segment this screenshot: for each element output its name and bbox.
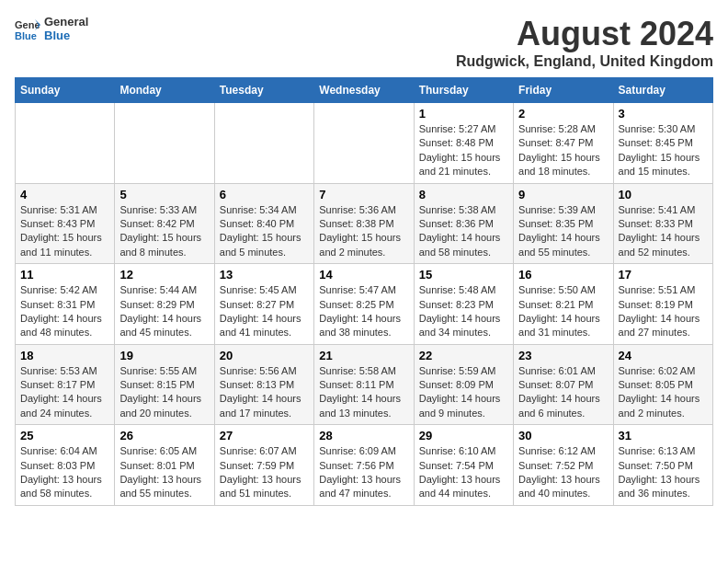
day-number: 21 xyxy=(319,349,408,362)
logo-line1: General xyxy=(44,15,88,29)
day-info: Sunrise: 5:36 AM Sunset: 8:38 PM Dayligh… xyxy=(319,203,408,260)
page-header: General Blue General Blue August 2024 Ru… xyxy=(15,15,713,70)
day-number: 7 xyxy=(319,188,408,201)
calendar-cell: 30Sunrise: 6:12 AM Sunset: 7:52 PM Dayli… xyxy=(514,425,613,506)
day-number: 16 xyxy=(518,268,608,282)
day-info: Sunrise: 5:55 AM Sunset: 8:15 PM Dayligh… xyxy=(119,364,209,421)
calendar-cell xyxy=(214,103,313,184)
calendar-cell: 28Sunrise: 6:09 AM Sunset: 7:56 PM Dayli… xyxy=(314,425,414,506)
day-header-thursday: Thursday xyxy=(414,78,513,103)
calendar-table: SundayMondayTuesdayWednesdayThursdayFrid… xyxy=(15,77,713,506)
day-number: 5 xyxy=(119,188,209,201)
day-header-sunday: Sunday xyxy=(16,78,115,103)
day-header-wednesday: Wednesday xyxy=(314,78,414,103)
day-number: 18 xyxy=(20,349,109,362)
day-header-friday: Friday xyxy=(514,78,613,103)
calendar-week-row: 4Sunrise: 5:31 AM Sunset: 8:43 PM Daylig… xyxy=(16,183,713,264)
calendar-cell: 15Sunrise: 5:48 AM Sunset: 8:23 PM Dayli… xyxy=(414,264,513,345)
calendar-cell xyxy=(314,103,414,184)
day-number: 3 xyxy=(619,107,708,121)
day-number: 25 xyxy=(20,429,109,442)
day-info: Sunrise: 5:45 AM Sunset: 8:27 PM Dayligh… xyxy=(220,283,309,340)
calendar-cell: 6Sunrise: 5:34 AM Sunset: 8:40 PM Daylig… xyxy=(214,183,313,264)
calendar-cell: 24Sunrise: 6:02 AM Sunset: 8:05 PM Dayli… xyxy=(613,344,712,425)
calendar-cell xyxy=(115,103,214,184)
day-number: 31 xyxy=(619,429,708,442)
svg-text:Blue: Blue xyxy=(15,30,37,41)
day-info: Sunrise: 5:58 AM Sunset: 8:11 PM Dayligh… xyxy=(319,364,408,421)
calendar-cell: 17Sunrise: 5:51 AM Sunset: 8:19 PM Dayli… xyxy=(613,264,712,345)
day-info: Sunrise: 5:33 AM Sunset: 8:42 PM Dayligh… xyxy=(119,203,209,260)
calendar-cell: 29Sunrise: 6:10 AM Sunset: 7:54 PM Dayli… xyxy=(414,425,513,506)
calendar-cell xyxy=(16,103,115,184)
day-info: Sunrise: 5:59 AM Sunset: 8:09 PM Dayligh… xyxy=(419,364,508,421)
calendar-cell: 11Sunrise: 5:42 AM Sunset: 8:31 PM Dayli… xyxy=(16,264,115,345)
day-number: 15 xyxy=(419,268,508,282)
calendar-cell: 20Sunrise: 5:56 AM Sunset: 8:13 PM Dayli… xyxy=(214,344,313,425)
calendar-cell: 18Sunrise: 5:53 AM Sunset: 8:17 PM Dayli… xyxy=(16,344,115,425)
day-info: Sunrise: 5:42 AM Sunset: 8:31 PM Dayligh… xyxy=(20,283,109,340)
day-info: Sunrise: 5:38 AM Sunset: 8:36 PM Dayligh… xyxy=(419,203,508,260)
calendar-cell: 25Sunrise: 6:04 AM Sunset: 8:03 PM Dayli… xyxy=(16,425,115,506)
main-title: August 2024 xyxy=(456,15,713,53)
calendar-cell: 7Sunrise: 5:36 AM Sunset: 8:38 PM Daylig… xyxy=(314,183,414,264)
calendar-cell: 23Sunrise: 6:01 AM Sunset: 8:07 PM Dayli… xyxy=(514,344,613,425)
day-info: Sunrise: 5:39 AM Sunset: 8:35 PM Dayligh… xyxy=(518,203,608,260)
day-info: Sunrise: 5:48 AM Sunset: 8:23 PM Dayligh… xyxy=(419,283,508,340)
day-number: 13 xyxy=(220,268,309,282)
day-number: 19 xyxy=(119,349,209,362)
day-number: 10 xyxy=(619,188,708,201)
calendar-week-row: 25Sunrise: 6:04 AM Sunset: 8:03 PM Dayli… xyxy=(16,425,713,506)
day-number: 8 xyxy=(419,188,508,201)
calendar-cell: 26Sunrise: 6:05 AM Sunset: 8:01 PM Dayli… xyxy=(115,425,214,506)
day-number: 29 xyxy=(419,429,508,442)
calendar-cell: 1Sunrise: 5:27 AM Sunset: 8:48 PM Daylig… xyxy=(414,103,513,184)
day-info: Sunrise: 5:51 AM Sunset: 8:19 PM Dayligh… xyxy=(619,283,708,340)
day-number: 12 xyxy=(119,268,209,282)
day-number: 6 xyxy=(220,188,309,201)
calendar-cell: 12Sunrise: 5:44 AM Sunset: 8:29 PM Dayli… xyxy=(115,264,214,345)
day-number: 2 xyxy=(518,107,608,121)
calendar-cell: 19Sunrise: 5:55 AM Sunset: 8:15 PM Dayli… xyxy=(115,344,214,425)
day-number: 24 xyxy=(619,349,708,362)
day-info: Sunrise: 5:31 AM Sunset: 8:43 PM Dayligh… xyxy=(20,203,109,260)
day-info: Sunrise: 5:30 AM Sunset: 8:45 PM Dayligh… xyxy=(619,122,708,179)
day-info: Sunrise: 5:44 AM Sunset: 8:29 PM Dayligh… xyxy=(119,283,209,340)
calendar-cell: 9Sunrise: 5:39 AM Sunset: 8:35 PM Daylig… xyxy=(514,183,613,264)
day-number: 22 xyxy=(419,349,508,362)
day-info: Sunrise: 6:13 AM Sunset: 7:50 PM Dayligh… xyxy=(619,444,708,501)
day-number: 30 xyxy=(518,429,608,442)
day-info: Sunrise: 5:50 AM Sunset: 8:21 PM Dayligh… xyxy=(518,283,608,340)
day-info: Sunrise: 6:05 AM Sunset: 8:01 PM Dayligh… xyxy=(119,444,209,501)
calendar-cell: 21Sunrise: 5:58 AM Sunset: 8:11 PM Dayli… xyxy=(314,344,414,425)
day-info: Sunrise: 5:41 AM Sunset: 8:33 PM Dayligh… xyxy=(619,203,708,260)
title-block: August 2024 Rudgwick, England, United Ki… xyxy=(456,15,713,70)
day-info: Sunrise: 6:04 AM Sunset: 8:03 PM Dayligh… xyxy=(20,444,109,501)
calendar-cell: 3Sunrise: 5:30 AM Sunset: 8:45 PM Daylig… xyxy=(613,103,712,184)
day-info: Sunrise: 6:09 AM Sunset: 7:56 PM Dayligh… xyxy=(319,444,408,501)
day-info: Sunrise: 6:10 AM Sunset: 7:54 PM Dayligh… xyxy=(419,444,508,501)
calendar-week-row: 11Sunrise: 5:42 AM Sunset: 8:31 PM Dayli… xyxy=(16,264,713,345)
calendar-cell: 13Sunrise: 5:45 AM Sunset: 8:27 PM Dayli… xyxy=(214,264,313,345)
day-info: Sunrise: 6:02 AM Sunset: 8:05 PM Dayligh… xyxy=(619,364,708,421)
day-info: Sunrise: 5:56 AM Sunset: 8:13 PM Dayligh… xyxy=(220,364,309,421)
logo-icon: General Blue xyxy=(15,16,40,41)
day-number: 1 xyxy=(419,107,508,121)
calendar-cell: 27Sunrise: 6:07 AM Sunset: 7:59 PM Dayli… xyxy=(214,425,313,506)
day-header-saturday: Saturday xyxy=(613,78,712,103)
day-info: Sunrise: 5:27 AM Sunset: 8:48 PM Dayligh… xyxy=(419,122,508,179)
day-number: 11 xyxy=(20,268,109,282)
day-number: 28 xyxy=(319,429,408,442)
calendar-cell: 14Sunrise: 5:47 AM Sunset: 8:25 PM Dayli… xyxy=(314,264,414,345)
day-info: Sunrise: 5:53 AM Sunset: 8:17 PM Dayligh… xyxy=(20,364,109,421)
day-info: Sunrise: 5:34 AM Sunset: 8:40 PM Dayligh… xyxy=(220,203,309,260)
logo-line2: Blue xyxy=(44,29,88,42)
calendar-week-row: 18Sunrise: 5:53 AM Sunset: 8:17 PM Dayli… xyxy=(16,344,713,425)
day-number: 14 xyxy=(319,268,408,282)
day-number: 27 xyxy=(220,429,309,442)
day-header-tuesday: Tuesday xyxy=(214,78,313,103)
day-number: 23 xyxy=(518,349,608,362)
calendar-cell: 31Sunrise: 6:13 AM Sunset: 7:50 PM Dayli… xyxy=(613,425,712,506)
calendar-cell: 2Sunrise: 5:28 AM Sunset: 8:47 PM Daylig… xyxy=(514,103,613,184)
day-info: Sunrise: 5:47 AM Sunset: 8:25 PM Dayligh… xyxy=(319,283,408,340)
